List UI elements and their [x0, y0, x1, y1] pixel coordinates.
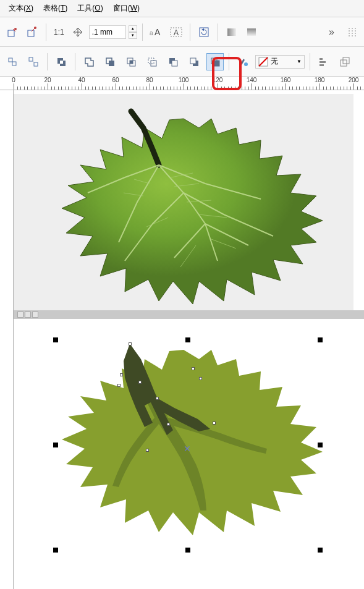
canvas[interactable]: ✕: [14, 90, 364, 589]
ruler-horizontal[interactable]: 020406080100120140160180200: [0, 77, 364, 90]
weld-button[interactable]: [80, 53, 98, 70]
node-handle[interactable]: [167, 423, 170, 426]
weld-icon: [83, 56, 95, 67]
gradient-vertical-button[interactable]: [243, 23, 260, 41]
order-button[interactable]: [336, 53, 353, 70]
ruler-tick-label: 80: [146, 77, 153, 83]
combine-button[interactable]: [53, 53, 70, 70]
ruler-tick-label: 180: [315, 77, 325, 83]
node-handle[interactable]: [129, 342, 132, 345]
separator: [190, 23, 190, 41]
boundary-button[interactable]: [206, 53, 224, 70]
node-handle[interactable]: [138, 381, 142, 384]
node-handle[interactable]: [156, 397, 159, 400]
toolbar-top: 1:1 ▲ ▼ aA A »: [0, 17, 364, 47]
fill-swatch-none-icon: [258, 57, 268, 67]
svg-point-1: [14, 28, 17, 30]
selection-handle[interactable]: [318, 443, 323, 447]
nudge-spinner: ▲ ▼: [129, 25, 137, 39]
node-handle[interactable]: [117, 384, 121, 387]
selection-handle[interactable]: [185, 337, 190, 342]
separator: [229, 53, 229, 70]
ruler-tick-label: 100: [179, 77, 189, 83]
snap-icon: [7, 27, 18, 38]
spinner-up-button[interactable]: ▲: [129, 25, 137, 32]
spinner-down-button[interactable]: ▼: [129, 32, 137, 39]
snap-to-button[interactable]: [4, 23, 21, 41]
snap-off-button[interactable]: [23, 23, 41, 41]
svg-text:A: A: [174, 28, 179, 37]
svg-rect-30: [190, 58, 196, 64]
node-handle[interactable]: [192, 367, 195, 370]
overflow-button[interactable]: »: [329, 27, 336, 38]
ruler-tick-label: 40: [78, 77, 85, 83]
pen-drop-icon: [237, 56, 248, 67]
node-handle[interactable]: [146, 449, 149, 452]
boundary-icon: [210, 56, 221, 67]
trim-button[interactable]: [101, 53, 119, 70]
menu-table[interactable]: 表格(T): [38, 1, 72, 16]
snap-off-icon: [27, 27, 38, 38]
combine-icon: [56, 56, 67, 67]
separator: [142, 23, 143, 41]
separator: [47, 53, 48, 70]
selection-handle[interactable]: [185, 548, 190, 553]
order-icon: [339, 56, 350, 67]
ruler-tick-label: 0: [12, 77, 15, 83]
ruler-tick-label: 160: [281, 77, 291, 83]
gradient-horizontal-button[interactable]: [223, 23, 240, 41]
node-handle[interactable]: [199, 377, 202, 380]
node-handle[interactable]: [213, 422, 216, 425]
outline-color-button[interactable]: [234, 53, 252, 70]
fill-label: 无: [271, 56, 278, 67]
leaf-photo-panel: [14, 94, 353, 310]
menu-window[interactable]: 窗口(W): [108, 1, 145, 16]
intersect-button[interactable]: [122, 53, 140, 70]
text-frame-icon: A: [169, 27, 183, 38]
group-icon: [7, 56, 18, 67]
ruler-tick-label: 200: [349, 77, 359, 83]
separator: [75, 53, 75, 70]
selection-handle[interactable]: [53, 337, 58, 342]
dropdown-arrow-icon: ▼: [297, 59, 302, 64]
status-block: [25, 311, 31, 318]
menu-tools[interactable]: 工具(O): [72, 1, 108, 16]
node-handle[interactable]: [120, 373, 123, 376]
svg-rect-23: [109, 61, 114, 66]
front-minus-back-button[interactable]: [164, 53, 182, 70]
ungroup-button[interactable]: [25, 53, 42, 70]
selection-handle[interactable]: [53, 443, 58, 447]
fill-select[interactable]: 无 ▼: [255, 55, 305, 69]
nudge-input[interactable]: [89, 25, 126, 39]
svg-text:a: a: [150, 30, 153, 36]
svg-line-18: [33, 61, 34, 62]
ungroup-icon: [28, 56, 39, 67]
bmf-icon: [188, 56, 200, 67]
separator: [46, 23, 46, 41]
simplify-button[interactable]: [143, 53, 161, 70]
ruler-vertical[interactable]: [0, 90, 14, 589]
menu-text[interactable]: 文本(X): [4, 1, 38, 16]
svg-rect-32: [214, 61, 219, 66]
svg-rect-39: [341, 60, 347, 66]
svg-rect-21: [60, 61, 63, 64]
grad-h-icon: [226, 27, 237, 38]
align-distribute-button[interactable]: [315, 53, 332, 70]
ruler-tick-label: 20: [44, 77, 51, 83]
svg-rect-9: [227, 28, 236, 36]
separator: [218, 23, 218, 41]
text-frame-button[interactable]: A: [167, 23, 185, 41]
selection-handle[interactable]: [53, 548, 58, 553]
selection-handle[interactable]: [318, 548, 323, 553]
back-minus-front-button[interactable]: [185, 53, 203, 70]
group-button[interactable]: [4, 53, 21, 70]
text-case-button[interactable]: aA: [148, 23, 165, 41]
status-block: [32, 311, 38, 318]
refresh-button[interactable]: [195, 23, 213, 41]
svg-rect-14: [9, 58, 12, 62]
refresh-icon: [198, 27, 210, 38]
ruler-tick-label: 120: [213, 77, 223, 83]
selection-handle[interactable]: [318, 337, 323, 342]
nudge-settings-button[interactable]: [69, 23, 87, 41]
customize-button[interactable]: [343, 23, 360, 41]
